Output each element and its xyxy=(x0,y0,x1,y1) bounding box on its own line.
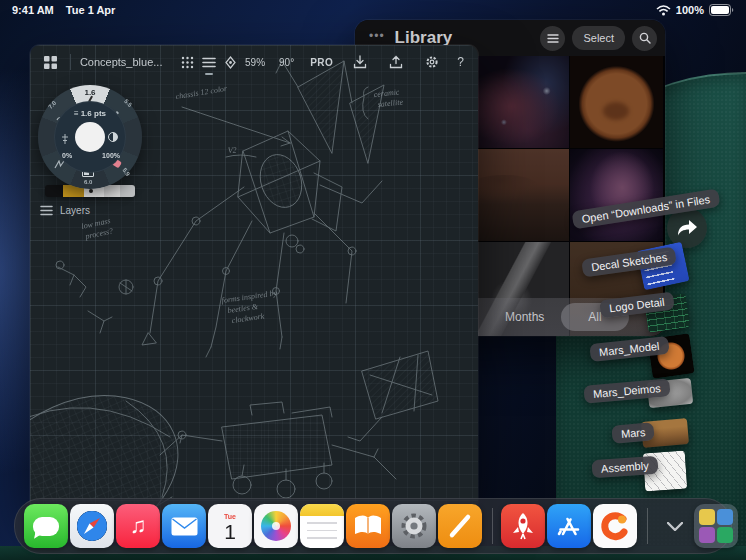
app-icon-settings[interactable] xyxy=(392,504,436,548)
drag-item-label: Mars xyxy=(611,422,655,444)
notes-line xyxy=(307,537,338,539)
toolbar-right-group: 59% 90° PRO xyxy=(241,51,468,73)
opacity-max-label: 100% xyxy=(102,152,120,159)
clock: 9:41 AM xyxy=(12,4,54,16)
forward-arrow-icon xyxy=(677,220,697,236)
dot-grid-icon xyxy=(181,56,194,69)
canvas-annotation: V2 xyxy=(228,145,237,155)
app-library-tile xyxy=(699,527,715,543)
four-squares-icon xyxy=(44,56,57,69)
settings-button[interactable] xyxy=(421,51,443,73)
pen-nib-icon xyxy=(224,56,237,69)
window-options-icon[interactable]: ••• xyxy=(369,29,385,43)
airbrush-icon[interactable] xyxy=(60,131,70,143)
pen-icon xyxy=(445,511,475,541)
canvas-annotation: chassis 12 color xyxy=(175,84,229,101)
precision-grid-button[interactable] xyxy=(180,51,193,73)
chevron-down-icon xyxy=(667,522,683,531)
selection-tool-button[interactable] xyxy=(224,51,237,73)
calendar-day: 1 xyxy=(224,521,236,543)
app-icon-sketch-pen[interactable] xyxy=(438,504,482,548)
photos-flower-icon xyxy=(261,511,291,541)
search-icon xyxy=(639,32,651,44)
tab-months[interactable]: Months xyxy=(505,310,544,324)
concepts-toolbar: Concepts_blue... xyxy=(30,45,478,79)
layers-panel-button[interactable] xyxy=(202,51,216,73)
app-icon-rocket[interactable] xyxy=(501,504,545,548)
app-icon-notes[interactable] xyxy=(300,504,344,548)
envelope-icon xyxy=(171,517,198,536)
dock-divider xyxy=(647,508,648,544)
import-tray-icon xyxy=(353,55,367,69)
share-forward-button[interactable] xyxy=(667,208,707,248)
notes-line xyxy=(307,522,338,524)
stroke-width-value: 1.6 pts xyxy=(81,109,106,118)
tool-size-label: 6.0 xyxy=(84,179,92,185)
app-library-tile xyxy=(717,509,733,525)
stacked-lines-icon xyxy=(202,57,216,68)
tool-wheel-inner[interactable]: ≡1.6 pts 0% 100% xyxy=(54,101,126,173)
app-library-tile xyxy=(699,509,715,525)
battery-icon xyxy=(709,4,734,16)
app-icon-music[interactable]: ♫ xyxy=(116,504,160,548)
app-icon-safari[interactable] xyxy=(70,504,114,548)
music-note-icon: ♫ xyxy=(130,513,147,539)
status-bar: 9:41 AM Tue 1 Apr 100% xyxy=(0,0,746,20)
active-color-swatch[interactable] xyxy=(75,122,105,152)
concepts-window: chassis 12 color ceramic satellite V2 fo… xyxy=(30,45,478,513)
opacity-toggle-icon[interactable] xyxy=(108,132,118,142)
gear-icon xyxy=(425,55,439,69)
toolbar-divider xyxy=(70,54,71,70)
pro-badge[interactable]: PRO xyxy=(310,57,333,68)
view-options-button[interactable] xyxy=(540,26,565,51)
app-icon-calendar[interactable]: Tue 1 xyxy=(208,504,252,548)
zoom-level[interactable]: 59% xyxy=(245,57,265,68)
notes-line xyxy=(307,530,338,532)
gear-icon xyxy=(398,510,430,542)
dock-collapse-button[interactable] xyxy=(660,504,690,548)
date: Tue 1 Apr xyxy=(66,4,116,16)
stroke-width-readout: ≡1.6 pts xyxy=(54,109,126,118)
app-store-a-icon xyxy=(554,511,584,541)
c-swirl-icon xyxy=(599,510,631,542)
battery-percent: 100% xyxy=(676,4,704,16)
search-button[interactable] xyxy=(632,26,657,51)
open-book-icon xyxy=(353,514,383,538)
app-icon-books[interactable] xyxy=(346,504,390,548)
app-library-tile xyxy=(717,527,733,543)
export-tray-icon xyxy=(389,55,403,69)
ipad-screen: 9:41 AM Tue 1 Apr 100% xyxy=(0,0,746,560)
export-button[interactable] xyxy=(385,51,407,73)
dock-divider xyxy=(492,508,493,544)
app-icon-c-swirl[interactable] xyxy=(593,504,637,548)
rocket-icon xyxy=(510,512,536,540)
chat-bubble-icon xyxy=(33,517,59,536)
opacity-min-label: 0% xyxy=(62,152,72,159)
status-left: 9:41 AM Tue 1 Apr xyxy=(12,4,124,16)
status-right: 100% xyxy=(656,4,734,16)
notes-header-icon xyxy=(300,504,344,516)
tool-wheel[interactable]: 1.6 7.0 5.5 6.0 5.9 ≡1.6 pts xyxy=(38,85,142,189)
app-icon-app-library[interactable] xyxy=(694,504,738,548)
canvas-annotation: satellite xyxy=(377,97,404,109)
import-button[interactable] xyxy=(349,51,371,73)
app-icon-photos[interactable] xyxy=(254,504,298,548)
stroke-lines-icon: ≡ xyxy=(74,109,78,118)
rotation-angle[interactable]: 90° xyxy=(279,57,294,68)
help-button[interactable]: ? xyxy=(457,55,464,69)
dock: ♫ Tue 1 xyxy=(14,498,732,554)
gallery-grid-button[interactable] xyxy=(44,51,57,73)
wifi-icon xyxy=(656,5,671,16)
select-button[interactable]: Select xyxy=(572,26,625,50)
app-icon-app-store[interactable] xyxy=(547,504,591,548)
document-title[interactable]: Concepts_blue... xyxy=(80,56,163,68)
compass-icon xyxy=(74,508,110,544)
app-icon-mail[interactable] xyxy=(162,504,206,548)
menu-lines-icon xyxy=(547,34,559,43)
app-icon-messages[interactable] xyxy=(24,504,68,548)
